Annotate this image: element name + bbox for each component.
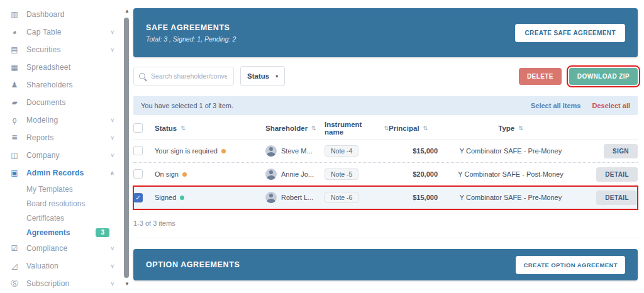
sort-icon: ⇅ xyxy=(423,125,428,131)
selection-links: Select all items Deselect all xyxy=(531,102,630,109)
search-input[interactable] xyxy=(150,72,228,80)
sidebar-item-admin-records[interactable]: ▣ Admin Records ∧ xyxy=(0,164,122,182)
delete-button[interactable]: DELETE xyxy=(519,68,562,85)
principal-cell: $20,000 xyxy=(389,170,444,178)
select-all-link[interactable]: Select all items xyxy=(531,102,581,109)
sidebar-item-my-templates[interactable]: My Templates xyxy=(0,182,122,196)
sidebar-item-label: Shareholders xyxy=(26,80,73,89)
row-checkbox[interactable] xyxy=(133,146,143,155)
sidebar-item-label: Dashboard xyxy=(26,10,65,19)
avatar xyxy=(265,169,277,180)
sidebar-item-spreadsheet[interactable]: ▦ Spreadsheet xyxy=(0,58,122,76)
agreements-count-badge: 3 xyxy=(96,228,109,237)
column-header-type[interactable]: Type ⇅ xyxy=(444,124,577,132)
option-agreements-header: OPTION AGREEMENTS CREATE OPTION AGREEMEN… xyxy=(133,249,638,280)
table-row: Your sign is required Steve M... Note -4… xyxy=(133,140,638,163)
sort-icon: ⇅ xyxy=(518,125,523,131)
column-header-shareholder[interactable]: Shareholder ⇅ xyxy=(265,124,325,132)
main-content: SAFE AGREEMENTS Total: 3 , Signed: 1, Pe… xyxy=(133,0,638,293)
sidebar-item-subscription[interactable]: Ⓢ Subscription ∨ xyxy=(0,275,122,292)
status-cell: On sign xyxy=(155,170,265,178)
chevron-up-icon: ∧ xyxy=(110,170,114,176)
status-cell: Signed xyxy=(155,194,265,201)
type-cell: Y Combinator SAFE - Pre-Money xyxy=(444,194,577,201)
table-row-selected: ✓ Signed Robert L... Note -6 $15,000 Y C… xyxy=(133,186,638,209)
column-header-principal[interactable]: Principal ⇅ xyxy=(389,124,444,132)
table-icon: ▦ xyxy=(9,63,19,72)
safe-agreements-table: Status ⇅ Shareholder ⇅ Instrument name ⇅… xyxy=(133,118,638,209)
shareholder-cell: Steve M... xyxy=(265,145,325,157)
download-zip-button[interactable]: DOWNLOAD ZIP xyxy=(569,68,638,85)
sidebar-item-reports[interactable]: ≣ Reports ∨ xyxy=(0,129,122,146)
row-checkbox[interactable]: ✓ xyxy=(133,193,143,202)
chevron-down-icon: ∨ xyxy=(110,263,114,269)
column-header-status[interactable]: Status ⇅ xyxy=(155,124,265,132)
sidebar-item-certificates[interactable]: Certificates xyxy=(0,211,122,225)
search-box xyxy=(133,67,234,86)
report-icon: ≣ xyxy=(9,133,19,142)
clipboard-icon: ▤ xyxy=(9,45,19,54)
create-option-agreement-button[interactable]: CREATE OPTION AGREEMENT xyxy=(516,256,625,274)
caret-down-icon: ▾ xyxy=(275,74,278,79)
selection-bar: You have selected 1 of 3 item. Select al… xyxy=(133,96,638,115)
sidebar-item-label: Admin Records xyxy=(26,169,84,177)
scrollbar-thumb[interactable] xyxy=(124,18,129,278)
type-cell: Y Combinator SAFE - Pre-Money xyxy=(444,147,577,155)
chevron-down-icon: ∨ xyxy=(110,280,114,287)
safe-header-text: SAFE AGREEMENTS Total: 3 , Signed: 1, Pe… xyxy=(146,23,236,43)
sidebar-item-documents[interactable]: ▰ Documents xyxy=(0,94,122,111)
deselect-all-link[interactable]: Deselect all xyxy=(592,102,630,109)
avatar xyxy=(265,145,277,157)
table-row: On sign Annie Jo... Note -5 $20,000 Y Co… xyxy=(133,163,638,186)
row-checkbox[interactable] xyxy=(133,169,143,179)
sort-icon: ⇅ xyxy=(384,125,389,131)
principal-cell: $15,000 xyxy=(389,147,444,155)
scroll-up-arrow-icon[interactable]: ▲ xyxy=(123,9,131,14)
sidebar-item-company[interactable]: ◫ Company ∨ xyxy=(0,146,122,164)
sidebar-item-label: Board resolutions xyxy=(26,199,85,208)
sign-button[interactable]: SIGN xyxy=(604,144,638,158)
chevron-down-icon: ∨ xyxy=(110,47,114,53)
sidebar-item-compliance[interactable]: ☑ Compliance ∨ xyxy=(0,240,122,257)
chevron-down-icon: ∨ xyxy=(110,29,114,35)
sidebar-item-label: Cap Table xyxy=(26,28,62,36)
status-dot xyxy=(180,196,184,200)
detail-button[interactable]: DETAIL xyxy=(596,167,638,182)
sidebar-item-label: Certificates xyxy=(26,214,64,223)
sidebar-item-label: Documents xyxy=(26,98,66,107)
status-dot xyxy=(182,172,187,177)
dollar-circle-icon: Ⓢ xyxy=(9,279,19,289)
sidebar-item-board-resolutions[interactable]: Board resolutions xyxy=(0,196,122,211)
records-icon: ▣ xyxy=(9,169,19,177)
avatar xyxy=(265,192,277,203)
column-header-instrument-name[interactable]: Instrument name ⇅ xyxy=(325,121,389,136)
sort-icon: ⇅ xyxy=(311,125,316,131)
app-root: ▥ Dashboard ◕ Cap Table ∨ ▤ Securities ∨… xyxy=(0,0,644,293)
sidebar-item-label: Subscription xyxy=(26,279,69,288)
sidebar-item-shareholders[interactable]: ♟ Shareholders xyxy=(0,76,122,94)
sidebar-item-securities[interactable]: ▤ Securities ∨ xyxy=(0,41,122,58)
detail-button[interactable]: DETAIL xyxy=(596,191,638,205)
chevron-down-icon: ∨ xyxy=(110,152,114,158)
sidebar-item-label: Valuation xyxy=(26,262,58,270)
sidebar-item-dashboard[interactable]: ▥ Dashboard xyxy=(0,6,122,23)
create-safe-agreement-button[interactable]: CREATE SAFE AGREEMENT xyxy=(515,24,625,42)
sidebar-item-valuation[interactable]: ◿ Valuation ∨ xyxy=(0,257,122,275)
sidebar-item-agreements[interactable]: Agreements 3 xyxy=(0,225,122,240)
shareholder-cell: Annie Jo... xyxy=(265,169,325,180)
status-filter-dropdown[interactable]: Status ▾ xyxy=(240,66,285,86)
table-header-row: Status ⇅ Shareholder ⇅ Instrument name ⇅… xyxy=(133,118,638,140)
sidebar-scrollbar: ▲ ▼ xyxy=(122,0,132,293)
sidebar-item-cap-table[interactable]: ◕ Cap Table ∨ xyxy=(0,23,122,41)
status-filter-label: Status xyxy=(247,72,269,80)
dashboard-icon: ▥ xyxy=(9,10,19,19)
search-icon xyxy=(139,73,145,79)
pie-chart-icon: ◕ xyxy=(9,28,19,36)
select-all-checkbox[interactable] xyxy=(133,123,143,133)
sidebar-item-label: My Templates xyxy=(26,185,73,194)
instrument-pill: Note -4 xyxy=(325,145,358,157)
building-icon: ◫ xyxy=(9,151,19,160)
selection-status-text: You have selected 1 of 3 item. xyxy=(141,102,233,109)
scroll-down-arrow-icon[interactable]: ▼ xyxy=(123,282,131,287)
sidebar-item-modeling[interactable]: ϙ Modeling ∨ xyxy=(0,111,122,129)
